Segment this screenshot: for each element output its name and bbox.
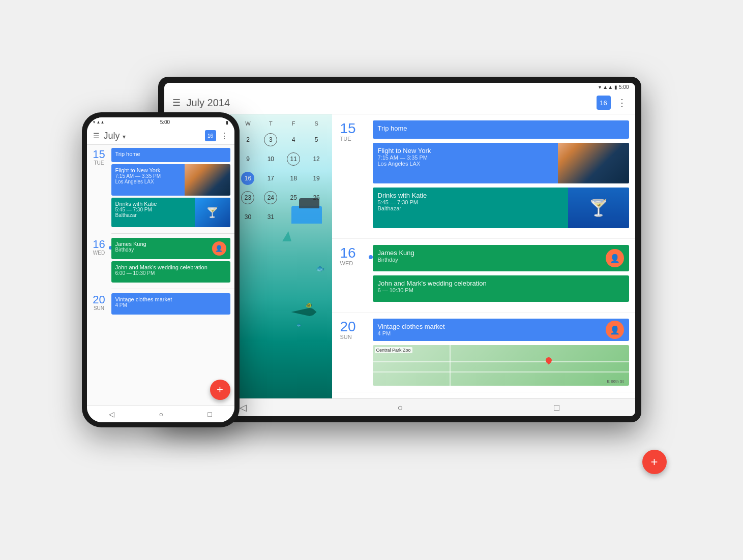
phone-day-num-20: 20 — [87, 294, 111, 305]
agenda-day-num-15: 15 — [340, 121, 373, 136]
phone-time: 5:00 — [160, 119, 170, 125]
cal-cell-4[interactable]: 4 — [282, 131, 305, 149]
agenda-event-james[interactable]: James Kung Birthday 👤 — [373, 245, 629, 271]
agenda-event-vintage-time: 4 PM — [378, 330, 624, 336]
cal-header-f: F — [282, 118, 305, 129]
scene: ▾ ▲▲ ▮ 5:00 ☰ July 2014 16 ⋮ — [67, 51, 677, 509]
phone-home-btn[interactable]: ○ — [159, 410, 163, 418]
tablet-calendar-badge[interactable]: 16 — [597, 96, 611, 110]
phone-day-15: 15 Tue Trip home Flight to New York 7:15… — [87, 145, 234, 232]
phone-status-bar: ▾ ▲▲ 5:00 ▮ — [87, 117, 234, 127]
phone-divider-1 — [111, 233, 234, 234]
tablet-wifi-icon: ▾ — [599, 84, 601, 90]
tablet-home-btn[interactable]: ○ — [398, 402, 403, 413]
agenda-event-drinks[interactable]: Drinks with Katie 5:45 — 7:30 PM Balthaz… — [373, 188, 629, 228]
agenda-event-flight[interactable]: Flight to New York 7:15 AM — 3:35 PM Los… — [373, 143, 629, 183]
phone-event-wedding[interactable]: John and Mark's wedding celebration 6:00… — [111, 261, 230, 283]
phone-event-vintage-title: Vintage clothes market — [115, 296, 226, 302]
phone-title[interactable]: July ▾ — [104, 131, 205, 141]
phone-menu-icon[interactable]: ☰ — [93, 132, 100, 140]
cal-cell-16[interactable]: 16 — [236, 169, 259, 188]
agenda-event-james-avatar: 👤 — [606, 249, 624, 267]
cal-cell-12[interactable]: 12 — [305, 150, 328, 168]
agenda-event-trip-home-title: Trip home — [378, 125, 624, 132]
cal-cell-18[interactable]: 18 — [282, 169, 305, 188]
phone-fab[interactable]: + — [210, 380, 230, 400]
phone-event-james-sub: Birthday — [115, 247, 226, 253]
tablet-recents-btn[interactable]: □ — [554, 402, 559, 413]
agenda-event-drinks-image: 🍸 — [568, 188, 629, 228]
agenda-day-num-16: 16 — [340, 246, 373, 260]
agenda-day-name-20: Sun — [340, 334, 373, 340]
phone-event-wedding-time: 6:00 — 10:30 PM — [115, 270, 226, 276]
agenda-event-trip-home[interactable]: Trip home — [373, 120, 629, 139]
phone-event-james[interactable]: James Kung Birthday 👤 — [111, 238, 230, 259]
cal-cell-5[interactable]: 5 — [305, 131, 328, 149]
phone-nav: ◁ ○ □ — [87, 406, 234, 422]
map-preview: Central Park Zoo E 66th St — [373, 345, 629, 386]
cal-cell-26[interactable]: 26 — [305, 189, 328, 207]
cal-header-w: W — [236, 118, 259, 129]
phone-device: ▾ ▲▲ 5:00 ▮ ☰ July ▾ 16 ⋮ — [82, 112, 240, 427]
phone-back-btn[interactable]: ◁ — [109, 410, 114, 418]
phone-event-james-title: James Kung — [115, 241, 226, 247]
tablet-title: July 2014 — [187, 97, 597, 109]
agenda-event-vintage-title: Vintage clothes market — [378, 323, 624, 330]
agenda-day-16-dot — [369, 255, 373, 259]
phone-day-16: 16 Wed James Kung Birthday 👤 Jo — [87, 235, 234, 288]
phone-divider-2 — [111, 289, 234, 289]
cal-cell-2[interactable]: 2 — [236, 131, 259, 149]
agenda-day-num-20: 20 — [340, 320, 373, 334]
cal-cell-11[interactable]: 11 — [282, 150, 305, 168]
tablet-menu-icon[interactable]: ☰ — [172, 97, 181, 108]
cal-cell-30[interactable]: 30 — [236, 208, 259, 226]
phone-calendar-badge[interactable]: 16 — [205, 130, 216, 141]
phone-event-trip-home[interactable]: Trip home — [111, 148, 230, 162]
phone-wifi-icon: ▾ — [93, 120, 95, 125]
agenda-event-james-sub: Birthday — [378, 257, 624, 263]
agenda-event-vintage-avatar: 👤 — [606, 321, 624, 339]
phone-event-flight[interactable]: Flight to New York 7:15 AM — 3:35 PM Los… — [111, 164, 230, 196]
phone-content: 15 Tue Trip home Flight to New York 7:15… — [87, 145, 234, 406]
phone-day-num-15: 15 — [87, 149, 111, 160]
cal-header-s2: S — [305, 118, 328, 129]
phone-day-name-20: Sun — [87, 305, 111, 311]
cal-cell-10[interactable]: 10 — [259, 150, 282, 168]
cal-cell-25[interactable]: 25 — [282, 189, 305, 207]
cal-header-t2: T — [259, 118, 282, 129]
phone-event-trip-title: Trip home — [115, 151, 226, 157]
cal-cell-9[interactable]: 9 — [236, 150, 259, 168]
cal-cell-3[interactable]: 3 — [259, 131, 282, 149]
cal-cell-23[interactable]: 23 — [236, 189, 259, 207]
agenda-event-flight-image — [558, 143, 629, 183]
cal-cell-empty3 — [305, 208, 328, 226]
phone-dropdown-icon: ▾ — [123, 133, 126, 140]
tablet-battery-icon: ▮ — [614, 84, 617, 90]
phone-recents-btn[interactable]: □ — [207, 410, 212, 418]
tablet-more-icon[interactable]: ⋮ — [617, 97, 627, 109]
phone-event-flight-image — [185, 164, 230, 196]
tablet-back-btn[interactable]: ◁ — [240, 402, 247, 413]
agenda-event-vintage[interactable]: Vintage clothes market 4 PM 👤 — [373, 319, 629, 341]
agenda-event-wedding-time: 6 — 10:30 PM — [378, 287, 624, 293]
phone-day-name-15: Tue — [87, 160, 111, 166]
tablet-fab[interactable]: + — [642, 450, 667, 474]
cal-cell-24[interactable]: 24 — [259, 189, 282, 207]
agenda-day-20: 20 Sun Vintage clothes market 4 PM 👤 — [332, 313, 635, 392]
phone-event-drinks[interactable]: Drinks with Katie 5:45 — 7:30 PM Balthaz… — [111, 198, 230, 227]
tablet-header: ☰ July 2014 16 ⋮ — [164, 91, 635, 114]
agenda-event-wedding[interactable]: John and Mark's wedding celebration 6 — … — [373, 275, 629, 302]
phone-header: ☰ July ▾ 16 ⋮ — [87, 127, 234, 145]
phone-day-name-16: Wed — [87, 250, 111, 256]
phone-event-james-avatar: 👤 — [212, 241, 226, 256]
agenda-day-name-15: Tue — [340, 136, 373, 142]
cal-cell-19[interactable]: 19 — [305, 169, 328, 188]
phone-signal-icon: ▲▲ — [97, 120, 105, 125]
cal-cell-31[interactable]: 31 — [259, 208, 282, 226]
phone-event-wedding-title: John and Mark's wedding celebration — [115, 264, 226, 270]
agenda-event-wedding-title: John and Mark's wedding celebration — [378, 279, 624, 287]
phone-more-icon[interactable]: ⋮ — [220, 131, 228, 141]
agenda-event-james-title: James Kung — [378, 249, 624, 257]
cal-cell-17[interactable]: 17 — [259, 169, 282, 188]
phone-event-vintage[interactable]: Vintage clothes market 4 PM — [111, 293, 230, 315]
